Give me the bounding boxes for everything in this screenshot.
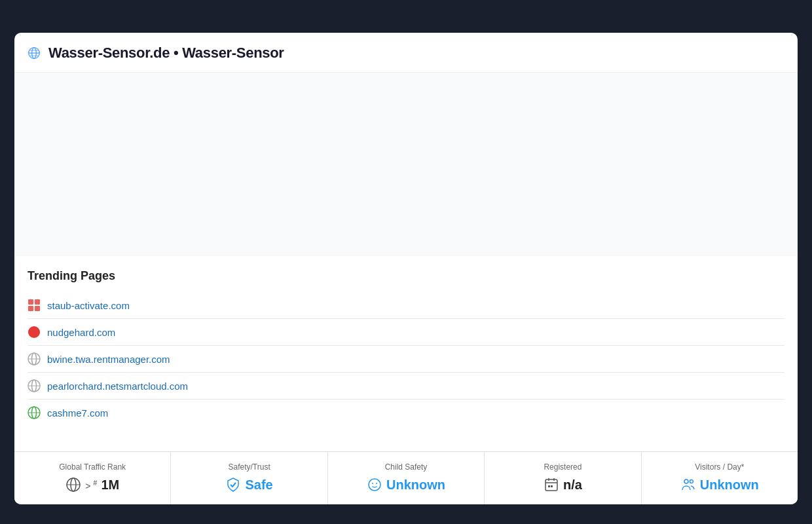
trending-list: staub-activate.com nudgehard.com bwine.t… xyxy=(28,292,784,426)
stat-label-safety: Safety/Trust xyxy=(179,462,319,472)
stat-visitors-per-day: Visitors / Day* Unknown xyxy=(642,452,798,504)
stat-prefix-rank: > # xyxy=(85,479,97,491)
svg-rect-8 xyxy=(35,306,40,311)
shield-icon xyxy=(225,477,241,493)
stat-value-row-rank: > # 1M xyxy=(22,477,162,493)
trending-link-3[interactable]: bwine.twa.rentmanager.com xyxy=(47,354,170,365)
favicon-icon-1 xyxy=(28,299,41,312)
list-item[interactable]: nudgehard.com xyxy=(28,319,784,346)
stat-safety-trust: Safety/Trust Safe xyxy=(171,452,327,504)
favicon-icon-2 xyxy=(28,326,41,339)
svg-point-24 xyxy=(376,483,377,484)
stat-value-row-safety: Safe xyxy=(179,477,319,493)
stat-value-rank: 1M xyxy=(101,477,119,493)
site-url: Wasser-Sensor.de xyxy=(48,45,170,61)
favicon-icon-4 xyxy=(28,379,41,392)
stat-value-safety: Safe xyxy=(245,477,272,493)
svg-rect-6 xyxy=(35,299,40,305)
site-title: Wasser-Sensor.de • Wasser-Sensor xyxy=(48,45,284,62)
trending-link-5[interactable]: cashme7.com xyxy=(47,407,108,419)
svg-rect-29 xyxy=(548,485,550,487)
stat-value-row-registered: n/a xyxy=(492,477,633,493)
favicon-icon-3 xyxy=(28,352,41,365)
list-item[interactable]: staub-activate.com xyxy=(28,292,784,319)
trending-link-2[interactable]: nudgehard.com xyxy=(47,327,115,338)
stat-value-row-child: Unknown xyxy=(336,477,476,493)
stat-registered: Registered n/a xyxy=(485,452,641,504)
site-name-label: Wasser-Sensor xyxy=(182,45,284,61)
globe-icon xyxy=(65,477,81,493)
svg-rect-30 xyxy=(551,485,553,487)
stat-label-registered: Registered xyxy=(492,462,633,472)
list-item[interactable]: cashme7.com xyxy=(28,400,784,426)
stat-label-visitors: Visitors / Day* xyxy=(650,462,790,472)
favicon-icon-5 xyxy=(28,406,41,419)
svg-rect-25 xyxy=(545,479,557,491)
site-header: Wasser-Sensor.de • Wasser-Sensor xyxy=(14,33,798,73)
main-card: Wasser-Sensor.de • Wasser-Sensor Trendin… xyxy=(14,33,798,504)
trending-link-1[interactable]: staub-activate.com xyxy=(47,300,130,311)
stat-label-child: Child Safety xyxy=(336,462,476,472)
title-separator: • xyxy=(174,45,182,61)
site-globe-icon xyxy=(28,47,41,60)
svg-point-23 xyxy=(372,483,373,484)
stat-value-child: Unknown xyxy=(386,477,445,493)
svg-point-22 xyxy=(369,479,380,491)
stat-global-traffic-rank: Global Traffic Rank > # 1M xyxy=(14,452,171,504)
list-item[interactable]: pearlorchard.netsmartcloud.com xyxy=(28,373,784,400)
stat-label-rank: Global Traffic Rank xyxy=(22,462,162,472)
calendar-icon xyxy=(544,477,559,493)
trending-link-4[interactable]: pearlorchard.netsmartcloud.com xyxy=(47,381,188,392)
stats-bar: Global Traffic Rank > # 1M Safety/Trust … xyxy=(14,451,798,504)
stat-value-visitors: Unknown xyxy=(700,477,759,493)
trending-section: Trending Pages staub-activate.com nudgeh… xyxy=(14,256,798,426)
svg-point-9 xyxy=(28,326,40,338)
svg-rect-7 xyxy=(28,306,33,311)
smiley-icon xyxy=(367,477,382,493)
people-icon xyxy=(680,477,696,493)
stat-child-safety: Child Safety Unknown xyxy=(328,452,485,504)
trending-title: Trending Pages xyxy=(28,269,784,283)
content-area xyxy=(14,73,798,256)
top-bar xyxy=(0,0,812,33)
svg-rect-5 xyxy=(28,299,33,305)
svg-point-31 xyxy=(684,479,688,483)
stat-value-row-visitors: Unknown xyxy=(650,477,790,493)
svg-point-32 xyxy=(690,480,693,483)
stat-value-registered: n/a xyxy=(563,477,582,493)
list-item[interactable]: bwine.twa.rentmanager.com xyxy=(28,346,784,373)
